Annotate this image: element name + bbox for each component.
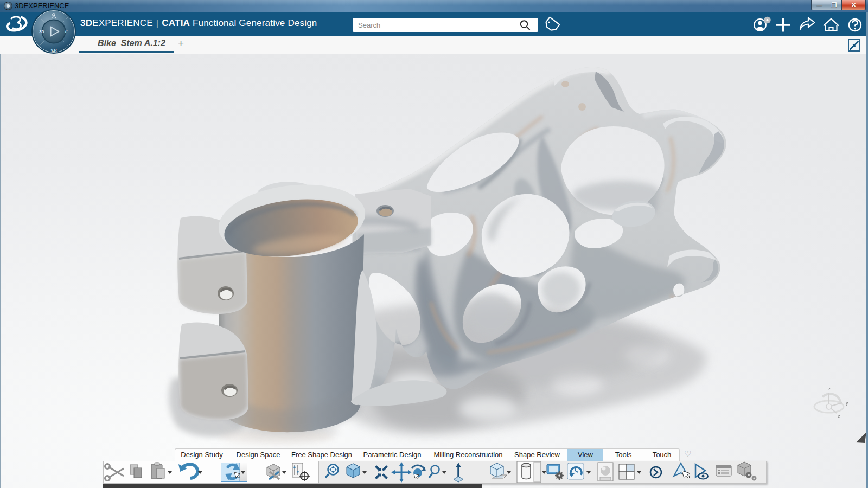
svg-text:z: z bbox=[828, 386, 831, 391]
svg-text:V.R: V.R bbox=[50, 48, 56, 52]
svg-text:i²: i² bbox=[65, 29, 68, 34]
svg-text:3D: 3D bbox=[39, 29, 44, 34]
svg-text:y: y bbox=[846, 400, 848, 406]
svg-text:x: x bbox=[838, 414, 840, 419]
